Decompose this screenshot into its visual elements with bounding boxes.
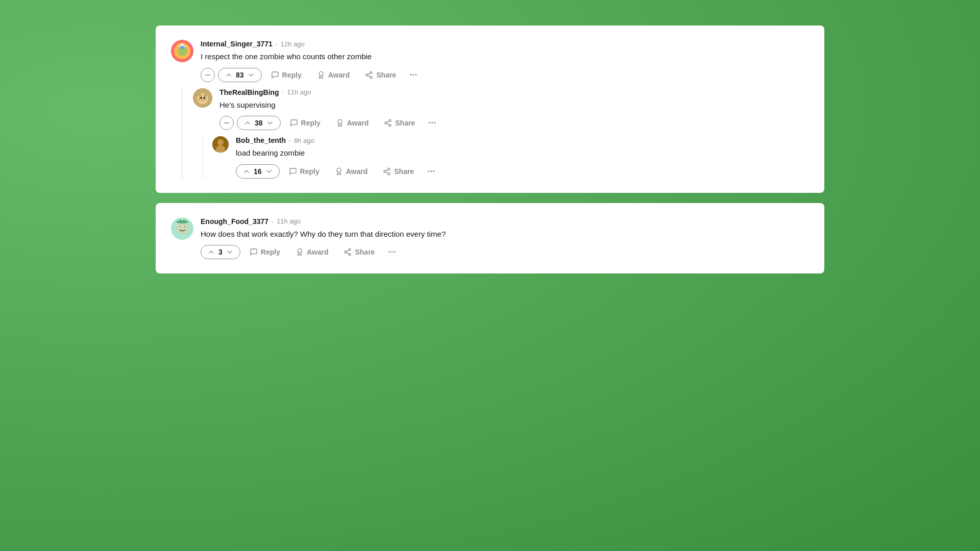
reply-button-1-1[interactable]: Reply xyxy=(284,116,327,130)
vote-count-1-1: 38 xyxy=(255,119,263,127)
thread-container-1: TheRealBingBing · 11h ago He's supervisi… xyxy=(171,88,809,179)
comment-header-1-1-1: Bob_the_tenth · 8h ago xyxy=(236,136,809,144)
share-icon-1-1 xyxy=(384,119,392,127)
svg-point-18 xyxy=(200,97,202,99)
timestamp-1: 12h ago xyxy=(281,40,305,48)
vote-section-1-1-1: 16 xyxy=(236,164,280,179)
comment-text-2: How does that work exactly? Why do they … xyxy=(201,229,809,240)
svg-line-12 xyxy=(368,76,371,77)
comment-thread-2: Enough_Food_3377 · 11h ago How does that… xyxy=(171,217,809,260)
share-button-1-1[interactable]: Share xyxy=(378,116,421,130)
award-button-1-1-1[interactable]: Award xyxy=(329,165,374,178)
collapse-button-1-1[interactable] xyxy=(219,116,234,130)
reply-icon-1 xyxy=(271,71,279,79)
more-button-2[interactable]: ··· xyxy=(384,245,400,259)
reply-icon-1-1 xyxy=(290,119,298,127)
username-1-1-1: Bob_the_tenth xyxy=(236,136,286,144)
svg-line-35 xyxy=(386,172,388,173)
award-icon-1-1-1 xyxy=(335,167,343,176)
more-button-1-1[interactable]: ··· xyxy=(424,116,440,130)
action-bar-1-1-1: 16 xyxy=(236,164,809,179)
more-button-1-1-1[interactable]: ··· xyxy=(423,164,439,179)
comment-row-1-1: TheRealBingBing · 11h ago He's supervisi… xyxy=(193,88,809,131)
thread-container-1-1: Bob_the_tenth · 8h ago load bearing zomb… xyxy=(193,136,809,179)
svg-line-36 xyxy=(386,169,388,171)
award-icon-2 xyxy=(296,248,304,256)
collapse-button-1[interactable] xyxy=(201,68,215,82)
comment-row-2: Enough_Food_3377 · 11h ago How does that… xyxy=(171,217,809,260)
award-button-1-1[interactable]: Award xyxy=(330,116,375,130)
reply-label-1-1-1: Reply xyxy=(300,167,320,176)
svg-point-45 xyxy=(181,218,183,220)
svg-point-17 xyxy=(204,93,207,97)
svg-point-30 xyxy=(216,145,225,153)
comment-card-2: Enough_Food_3377 · 11h ago How does that… xyxy=(156,203,824,274)
comment-text-1-1-1: load bearing zombie xyxy=(236,147,809,159)
timestamp-1-1-1: 8h ago xyxy=(294,137,314,144)
downvote-icon-2 xyxy=(226,248,234,256)
comment-row-1-1-1: Bob_the_tenth · 8h ago load bearing zomb… xyxy=(212,136,809,179)
svg-point-42 xyxy=(184,226,185,227)
upvote-button-2[interactable] xyxy=(207,248,215,256)
svg-line-26 xyxy=(387,123,389,125)
upvote-icon-2 xyxy=(207,248,215,256)
comment-card-1: Internal_Singer_3771 · 12h ago I respect… xyxy=(156,26,824,193)
award-icon-1-1 xyxy=(336,119,344,127)
downvote-button-1-1-1[interactable] xyxy=(265,167,273,176)
share-button-1[interactable]: Share xyxy=(359,68,402,82)
svg-line-50 xyxy=(347,253,349,254)
vote-section-1-1: 38 xyxy=(237,116,281,130)
vote-count-2: 3 xyxy=(218,248,223,256)
comment-content-2: Enough_Food_3377 · 11h ago How does that… xyxy=(201,217,809,260)
upvote-button-1-1[interactable] xyxy=(243,119,252,127)
svg-line-13 xyxy=(368,73,371,74)
comment-text-1: I respect the one zombie who counts othe… xyxy=(201,51,809,63)
username-1-1: TheRealBingBing xyxy=(219,88,279,96)
timestamp-1-1: 11h ago xyxy=(287,88,311,96)
svg-point-4 xyxy=(181,43,184,46)
share-button-2[interactable]: Share xyxy=(337,245,381,259)
downvote-button-2[interactable] xyxy=(226,248,234,256)
svg-point-6 xyxy=(184,45,186,47)
reply-button-2[interactable]: Reply xyxy=(243,245,286,259)
upvote-button-1[interactable] xyxy=(225,71,233,79)
action-bar-1-1: 38 Reply xyxy=(219,116,809,130)
award-button-1[interactable]: Award xyxy=(311,68,356,82)
award-label-2: Award xyxy=(307,248,329,256)
svg-point-20 xyxy=(202,99,204,101)
upvote-icon-1-1-1 xyxy=(242,167,251,176)
comment-header-1-1: TheRealBingBing · 11h ago xyxy=(219,88,809,96)
upvote-button-1-1-1[interactable] xyxy=(242,167,251,176)
upvote-icon-1-1 xyxy=(243,119,252,127)
downvote-button-1[interactable] xyxy=(247,71,255,79)
comment-text-1-1: He's supervising xyxy=(219,99,809,111)
downvote-button-1-1[interactable] xyxy=(266,119,274,127)
collapse-icon-1-1 xyxy=(223,119,231,127)
reply-label-1-1: Reply xyxy=(301,119,321,127)
comment-row-1: Internal_Singer_3771 · 12h ago I respect… xyxy=(171,40,809,82)
svg-point-16 xyxy=(199,93,202,97)
comment-content-1: Internal_Singer_3771 · 12h ago I respect… xyxy=(201,40,809,82)
reply-button-1[interactable]: Reply xyxy=(265,68,308,82)
downvote-icon-1 xyxy=(247,71,255,79)
vote-section-1: 83 xyxy=(218,68,262,82)
award-button-2[interactable]: Award xyxy=(289,245,335,259)
share-label-2: Share xyxy=(355,248,375,256)
award-label-1-1: Award xyxy=(347,119,369,127)
svg-point-5 xyxy=(179,45,181,47)
reply-button-1-1-1[interactable]: Reply xyxy=(283,165,326,178)
comment-thread-1: Internal_Singer_3771 · 12h ago I respect… xyxy=(171,40,809,179)
upvote-icon-1 xyxy=(225,71,233,79)
share-icon-1-1-1 xyxy=(383,167,391,176)
svg-line-51 xyxy=(347,250,349,252)
share-button-1-1-1[interactable]: Share xyxy=(377,165,420,178)
downvote-icon-1-1-1 xyxy=(265,167,273,176)
more-button-1[interactable]: ··· xyxy=(405,68,421,82)
share-label-1: Share xyxy=(376,71,396,79)
username-1: Internal_Singer_3771 xyxy=(201,40,273,48)
nested-comment-1-1: Bob_the_tenth · 8h ago load bearing zomb… xyxy=(212,136,809,179)
avatar-1 xyxy=(171,40,193,62)
avatar-2 xyxy=(171,217,193,240)
comment-header-1: Internal_Singer_3771 · 12h ago xyxy=(201,40,809,48)
award-label-1-1-1: Award xyxy=(346,167,368,176)
